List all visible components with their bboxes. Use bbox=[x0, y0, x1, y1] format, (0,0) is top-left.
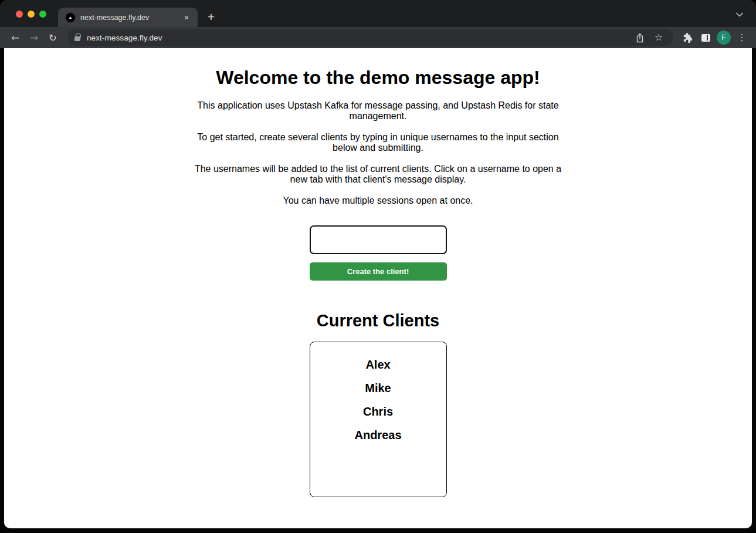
client-list-item[interactable]: Chris bbox=[310, 404, 446, 419]
create-client-button[interactable]: Create the client! bbox=[310, 262, 447, 281]
url-text[interactable]: next-message.fly.dev bbox=[87, 33, 629, 42]
usernames-paragraph: The usernames will be added to the list … bbox=[191, 164, 566, 185]
current-clients-heading: Current Clients bbox=[4, 311, 752, 330]
tab-search-chevron-icon[interactable] bbox=[734, 11, 745, 19]
client-list-item[interactable]: Alex bbox=[310, 357, 446, 372]
client-list-item[interactable]: Mike bbox=[310, 381, 446, 395]
lock-icon[interactable] bbox=[74, 36, 80, 41]
site-favicon-icon: ▲ bbox=[66, 13, 75, 22]
client-list: Alex Mike Chris Andreas bbox=[310, 357, 446, 442]
instructions-paragraph: To get started, create several clients b… bbox=[191, 132, 566, 153]
sessions-paragraph: You can have multiple sessions open at o… bbox=[191, 195, 566, 206]
back-icon[interactable]: ← bbox=[7, 29, 23, 46]
window-controls bbox=[16, 11, 46, 18]
address-bar[interactable]: next-message.fly.dev ☆ bbox=[67, 29, 673, 46]
browser-menu-kebab-icon[interactable]: ⋮ bbox=[734, 29, 750, 46]
create-client-form: Create the client! bbox=[4, 225, 752, 281]
tab-title: next-message.fly.dev bbox=[80, 14, 181, 22]
bookmark-star-icon[interactable]: ☆ bbox=[651, 30, 666, 45]
browser-toolbar: ← → ↻ next-message.fly.dev ☆ F bbox=[0, 27, 756, 48]
reload-icon[interactable]: ↻ bbox=[45, 29, 61, 46]
page-content: Welcome to the demo message app! This ap… bbox=[4, 48, 752, 528]
username-input[interactable] bbox=[310, 225, 447, 254]
active-tab[interactable]: ▲ next-message.fly.dev × bbox=[58, 8, 198, 27]
extensions-puzzle-icon[interactable] bbox=[679, 29, 696, 46]
minimize-window-button[interactable] bbox=[28, 11, 35, 18]
tab-strip: ▲ next-message.fly.dev × + bbox=[0, 0, 756, 27]
page-title: Welcome to the demo message app! bbox=[4, 67, 752, 89]
zoom-window-button[interactable] bbox=[39, 11, 46, 18]
close-tab-icon[interactable]: × bbox=[181, 12, 192, 23]
new-tab-button[interactable]: + bbox=[203, 9, 219, 25]
browser-window: ▲ next-message.fly.dev × + ← → ↻ next-me… bbox=[0, 0, 756, 533]
intro-paragraph: This application uses Upstash Kafka for … bbox=[191, 100, 566, 122]
client-list-box: Alex Mike Chris Andreas bbox=[310, 342, 447, 497]
side-panel-icon[interactable] bbox=[697, 29, 714, 46]
share-icon[interactable] bbox=[632, 30, 647, 45]
forward-icon: → bbox=[26, 29, 42, 46]
profile-avatar[interactable]: F bbox=[716, 29, 732, 46]
client-list-item[interactable]: Andreas bbox=[310, 428, 446, 442]
close-window-button[interactable] bbox=[16, 11, 23, 18]
